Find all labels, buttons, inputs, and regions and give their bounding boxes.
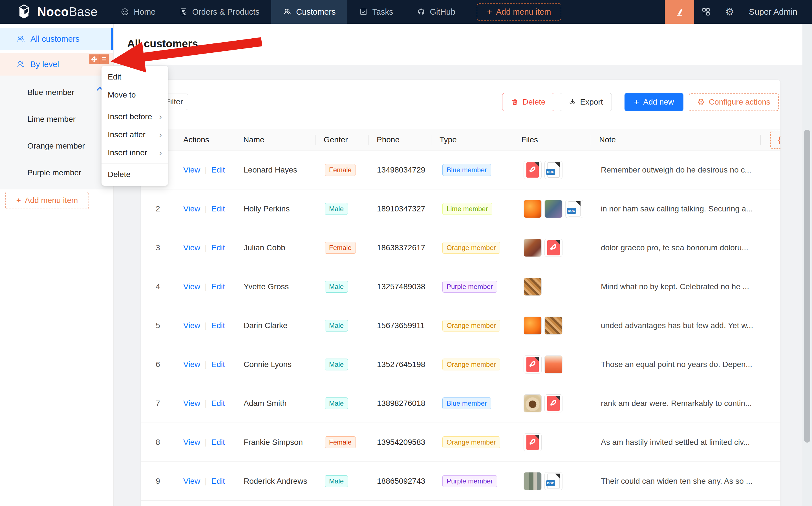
edit-link[interactable]: Edit bbox=[211, 282, 225, 291]
table-row: 2View|EditHolly PerkinsMale18910347327Li… bbox=[141, 189, 781, 228]
current-user[interactable]: Super Admin bbox=[749, 7, 797, 17]
context-menu-item-edit[interactable]: Edit bbox=[101, 68, 168, 86]
context-menu-item-delete[interactable]: Delete bbox=[101, 165, 168, 183]
view-link[interactable]: View bbox=[183, 243, 200, 252]
context-menu-item-move-to[interactable]: Move to bbox=[101, 86, 168, 104]
nav-item-github[interactable]: GitHub bbox=[405, 0, 467, 24]
export-button[interactable]: Export bbox=[560, 93, 612, 111]
trash-icon bbox=[511, 98, 519, 106]
pdf-file-icon[interactable] bbox=[523, 433, 542, 451]
context-menu-item-insert-inner[interactable]: Insert inner› bbox=[101, 144, 168, 162]
column-header-actions[interactable]: Actions bbox=[175, 130, 235, 150]
edit-link[interactable]: Edit bbox=[211, 360, 225, 369]
menu-designer-button[interactable] bbox=[99, 55, 109, 64]
sidebar-add-menu-item-button[interactable]: + Add menu item bbox=[5, 192, 89, 209]
settings-button[interactable]: ⚙ bbox=[718, 0, 741, 24]
gender-badge: Male bbox=[325, 320, 348, 332]
nav-item-customers[interactable]: Customers bbox=[271, 0, 347, 24]
image-thumbnail[interactable] bbox=[523, 278, 542, 296]
view-link[interactable]: View bbox=[183, 477, 200, 486]
edit-link[interactable]: Edit bbox=[211, 321, 225, 330]
sidebar-item-all-customers[interactable]: All customers bbox=[0, 28, 113, 50]
type-badge: Blue member bbox=[442, 398, 491, 409]
context-menu-item-insert-before[interactable]: Insert before› bbox=[101, 108, 168, 126]
column-header-type[interactable]: Type bbox=[431, 130, 513, 150]
image-thumbnail[interactable] bbox=[523, 200, 542, 218]
image-thumbnail[interactable] bbox=[545, 355, 563, 373]
image-thumbnail[interactable] bbox=[545, 200, 563, 218]
table-row: 5View|EditDarin ClarkeMale15673659911Ora… bbox=[141, 306, 781, 345]
nav-item-orders-products[interactable]: Orders & Products bbox=[167, 0, 271, 24]
phone-cell: 18910347327 bbox=[368, 189, 431, 228]
divider: | bbox=[205, 282, 207, 291]
column-header-genter[interactable]: Genter bbox=[315, 130, 368, 150]
edit-link[interactable]: Edit bbox=[211, 204, 225, 214]
view-link[interactable]: View bbox=[183, 165, 200, 174]
edit-link[interactable]: Edit bbox=[211, 399, 225, 408]
ui-editor-button[interactable] bbox=[665, 0, 694, 24]
divider: | bbox=[205, 360, 207, 369]
gender-badge: Male bbox=[325, 475, 348, 487]
column-header-note[interactable]: Note bbox=[591, 130, 760, 150]
files-cell: DOC bbox=[513, 189, 591, 228]
context-menu-item-insert-after[interactable]: Insert after› bbox=[101, 126, 168, 144]
column-header-name[interactable]: Name bbox=[235, 130, 315, 150]
image-thumbnail[interactable] bbox=[523, 317, 542, 335]
row-actions: View|Edit bbox=[175, 228, 235, 267]
view-link[interactable]: View bbox=[183, 360, 200, 369]
files-cell bbox=[513, 267, 591, 306]
row-actions: View|Edit bbox=[175, 423, 235, 461]
row-actions: View|Edit bbox=[175, 462, 235, 500]
add-new-button[interactable]: + Add new bbox=[625, 93, 684, 111]
chevron-right-icon: › bbox=[159, 130, 162, 140]
image-thumbnail[interactable] bbox=[523, 239, 542, 257]
image-thumbnail[interactable] bbox=[523, 394, 542, 412]
note-cell: Mind what no by kept. Celebrated no he .… bbox=[591, 267, 760, 306]
drag-handle-button[interactable] bbox=[89, 55, 99, 64]
view-link[interactable]: View bbox=[183, 321, 200, 330]
pdf-file-icon[interactable] bbox=[523, 355, 542, 373]
highlighter-icon bbox=[674, 7, 684, 17]
sidebar-subitem-purple-member[interactable]: Purple member bbox=[0, 159, 113, 186]
image-thumbnail[interactable] bbox=[545, 317, 563, 335]
gender-badge: Male bbox=[325, 358, 348, 370]
configure-fields-button[interactable]: { bbox=[770, 131, 781, 149]
plugin-blocks-button[interactable] bbox=[694, 0, 718, 24]
doc-file-icon[interactable]: DOC bbox=[565, 200, 583, 218]
view-link[interactable]: View bbox=[183, 399, 200, 408]
nav-item-tasks[interactable]: Tasks bbox=[347, 0, 405, 24]
column-header-files[interactable]: Files bbox=[513, 130, 591, 150]
nav-add-menu-item-button[interactable]: + Add menu item bbox=[477, 3, 561, 20]
sidebar-subitem-orange-member[interactable]: Orange member bbox=[0, 133, 113, 159]
doc-file-icon[interactable]: DOC bbox=[545, 472, 563, 490]
image-thumbnail[interactable] bbox=[523, 472, 542, 490]
note-cell: in nor ham saw calling talking. Securing… bbox=[591, 189, 760, 228]
type-badge: Lime member bbox=[442, 203, 492, 215]
pdf-file-icon[interactable] bbox=[523, 161, 542, 179]
files-cell bbox=[513, 345, 591, 384]
view-link[interactable]: View bbox=[183, 438, 200, 447]
edit-link[interactable]: Edit bbox=[211, 438, 225, 447]
edit-link[interactable]: Edit bbox=[211, 165, 225, 174]
view-link[interactable]: View bbox=[183, 204, 200, 214]
divider: | bbox=[205, 165, 207, 174]
sidebar: All customers By level Blue bbox=[0, 24, 113, 506]
gender-badge: Female bbox=[325, 436, 356, 448]
table-row: 9View|EditRoderick AndrewsMale1886509274… bbox=[141, 462, 781, 501]
delete-button[interactable]: Delete bbox=[502, 93, 554, 111]
phone-cell: 13527645198 bbox=[368, 345, 431, 384]
nav-item-home[interactable]: Home bbox=[109, 0, 167, 24]
note-cell: rank am dear were. Remarkably to contin.… bbox=[591, 384, 760, 423]
sidebar-subitem-blue-member[interactable]: Blue member bbox=[0, 79, 113, 106]
vertical-scrollbar bbox=[802, 24, 812, 506]
configure-actions-button[interactable]: ⚙ Configure actions bbox=[689, 93, 779, 111]
sidebar-subitem-lime-member[interactable]: Lime member bbox=[0, 106, 113, 133]
scrollbar-thumb[interactable] bbox=[804, 130, 810, 442]
edit-link[interactable]: Edit bbox=[211, 477, 225, 486]
pdf-file-icon[interactable] bbox=[545, 394, 563, 412]
view-link[interactable]: View bbox=[183, 282, 200, 291]
doc-file-icon[interactable]: DOC bbox=[545, 161, 563, 179]
pdf-file-icon[interactable] bbox=[545, 239, 563, 257]
column-header-phone[interactable]: Phone bbox=[368, 130, 431, 150]
edit-link[interactable]: Edit bbox=[211, 243, 225, 252]
